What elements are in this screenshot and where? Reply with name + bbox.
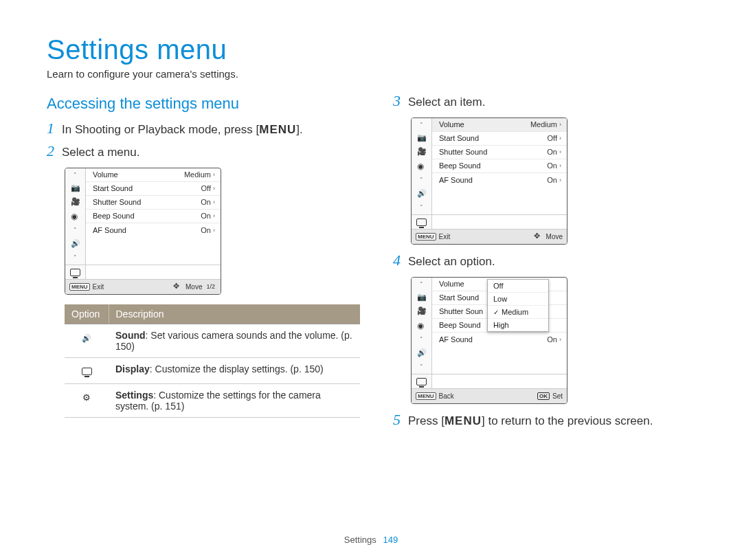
footer-section: Settings [344, 535, 376, 545]
value: Medium [530, 120, 557, 128]
display-icon [65, 265, 85, 279]
step-5: 5 Press [MENU] to return to the previous… [393, 414, 695, 429]
step-1: 1 In Shooting or Playback mode, press [M… [47, 122, 360, 138]
step-text: Select an item. [408, 95, 695, 111]
joystick-icon [173, 282, 183, 291]
step1-pre: In Shooting or Playback mode, press [ [62, 123, 259, 136]
footer-exit: Exit [93, 283, 104, 291]
chevron-right-icon: › [559, 121, 561, 128]
menu-label: MENU [445, 414, 482, 427]
video-icon [412, 146, 431, 159]
value: On [201, 212, 211, 220]
menu-item-volume: VolumeMedium› [86, 168, 221, 182]
value: Off [548, 134, 557, 142]
step-number: 4 [393, 253, 408, 268]
target-icon [412, 319, 431, 333]
menu-tag-icon: MENU [416, 233, 436, 240]
value: Medium [184, 170, 211, 179]
footer-set: Set [552, 392, 563, 400]
label: AF Sound [93, 226, 126, 234]
camera-icon [412, 291, 431, 305]
footer-move: Move [546, 233, 563, 240]
menu-item-shutter-sound: Shutter SoundOn› [86, 196, 221, 210]
target-icon [412, 159, 431, 173]
label: Start Sound [439, 134, 479, 142]
chevron-down-small-icon: ˅ [412, 360, 431, 374]
step5-pre: Press [ [408, 414, 445, 427]
label: Beep Sound [93, 212, 135, 220]
label: Volume [439, 120, 464, 128]
footer-exit: Exit [439, 233, 451, 240]
lcd-screenshot-option: ˄ ˄ ˅ Volume Start Sound Shutter Soun Be… [411, 277, 567, 404]
step5-post: ] to return to the previous screen. [482, 414, 653, 427]
label: Shutter Soun [439, 307, 483, 315]
desc-sound: Sound: Set various camera sounds and the… [109, 324, 360, 357]
step-text: In Shooting or Playback mode, press [MEN… [62, 122, 360, 138]
right-column: 3 Select an item. ˄ ˄ ˅ Volu [393, 95, 695, 436]
step-2: 2 Select a menu. [47, 145, 360, 161]
lcd-sidebar: ˄ ˄ ˅ [65, 168, 86, 265]
chevron-up-small-icon: ˄ [412, 173, 431, 187]
menu-item-af-sound: AF SoundOn› [86, 223, 221, 237]
value: On [201, 226, 211, 234]
menu-item-shutter-sound: Shutter SoundOn› [432, 146, 567, 159]
menu-item-af-sound: AF SoundOn› [432, 173, 567, 187]
display-icon [65, 357, 109, 383]
display-icon [412, 215, 431, 229]
lcd-footer: MENUExit Move [412, 229, 567, 244]
page-title: Settings menu [47, 34, 695, 65]
label: Beep Sound [439, 321, 481, 329]
chevron-up-icon: ˄ [412, 278, 431, 291]
video-icon [65, 196, 85, 210]
page-footer: Settings 149 [0, 535, 742, 545]
lcd-footer: MENUExit Move 1/2 [65, 279, 221, 294]
video-icon [412, 305, 431, 319]
value: On [547, 176, 557, 184]
settings-icon [65, 383, 109, 417]
chevron-right-icon: › [213, 199, 215, 205]
value: On [201, 198, 211, 206]
sound-icon [65, 324, 109, 357]
chevron-right-icon: › [559, 177, 561, 183]
footer-page-number: 149 [383, 535, 398, 545]
lcd-list: VolumeMedium› Start SoundOff› Shutter So… [432, 118, 567, 214]
menu-label: MENU [259, 123, 296, 136]
label: Volume [439, 280, 464, 288]
menu-item-af-sound: AF SoundOn› [432, 333, 567, 346]
th-option: Option [65, 304, 109, 324]
section-heading: Accessing the settings menu [47, 95, 360, 113]
chevron-right-icon: › [559, 336, 561, 343]
th-description: Description [109, 304, 360, 324]
chevron-right-icon: › [559, 162, 561, 169]
chevron-up-icon: ˄ [65, 168, 85, 182]
footer-page: 1/2 [206, 283, 221, 290]
menu-item-beep-sound: Beep SoundOn› [86, 210, 221, 223]
table-row: Sound: Set various camera sounds and the… [65, 324, 360, 357]
lcd-screenshot-menu: ˄ ˄ ˅ VolumeMedium› Start SoundOff› Shut… [65, 168, 221, 295]
lcd-list: VolumeMedium› Start SoundOff› Shutter So… [86, 168, 221, 265]
camera-icon [412, 132, 431, 146]
step1-post: ]. [296, 123, 302, 136]
option-description-table: Option Description Sound: Set various ca… [65, 304, 360, 418]
label: AF Sound [439, 335, 473, 344]
chevron-right-icon: › [213, 212, 215, 219]
footer-back: Back [439, 392, 454, 400]
page-intro: Learn to configure your camera's setting… [47, 68, 695, 80]
menu-item-volume-selected: VolumeMedium› [432, 118, 567, 132]
chevron-right-icon: › [213, 227, 215, 234]
lcd-screenshot-item: ˄ ˄ ˅ VolumeMedium› Start SoundOff› Shut… [411, 117, 567, 245]
menu-tag-icon: MENU [69, 283, 90, 291]
label: AF Sound [439, 176, 473, 184]
label: Volume [93, 170, 118, 179]
camera-icon [65, 182, 85, 196]
target-icon [65, 210, 85, 223]
chevron-up-small-icon: ˄ [65, 223, 85, 237]
step-text: Select an option. [408, 254, 695, 270]
label: Shutter Sound [93, 198, 141, 206]
value: On [547, 161, 557, 170]
left-column: Accessing the settings menu 1 In Shootin… [47, 95, 360, 436]
footer-move: Move [186, 283, 202, 291]
table-row: Settings: Customize the settings for the… [65, 383, 360, 417]
lcd-footer: MENUBack OKSet [412, 388, 567, 403]
option-low: Low [488, 293, 548, 306]
